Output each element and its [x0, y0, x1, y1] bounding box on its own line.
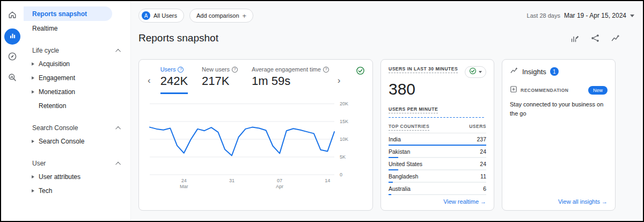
insights-icon [510, 66, 518, 77]
arrow-right-icon: → [480, 198, 486, 205]
sidebar-item-label: Engagement [39, 74, 75, 82]
nav-rail [1, 1, 24, 221]
top-countries-label: TOP COUNTRIES [389, 124, 429, 131]
main-content: A All Users Add comparison Last 28 days … [131, 1, 643, 221]
metric-value: 242K [160, 74, 188, 88]
per-minute-bar [398, 117, 400, 118]
share-icon[interactable] [590, 33, 600, 43]
customize-report-icon[interactable] [570, 33, 580, 43]
link-label: View realtime [443, 198, 479, 205]
sidebar-item-realtime[interactable]: Realtime [24, 21, 130, 35]
metric-average-engagement-time[interactable]: Average engagement time 1m 59s [252, 66, 329, 94]
section-title: User [32, 160, 46, 167]
date-range-preset: Last 28 days [527, 12, 560, 19]
per-minute-bar [440, 117, 442, 118]
per-minute-bar [466, 117, 468, 118]
sidebar-item-label: Search Console [39, 138, 84, 145]
sidebar-section-search-console[interactable]: Search Console [24, 121, 130, 134]
add-comparison-chip[interactable]: Add comparison [189, 9, 253, 23]
per-minute-bar [389, 117, 391, 118]
caret-down-icon [479, 71, 482, 73]
view-realtime-link[interactable]: View realtime→ [389, 195, 486, 205]
comparison-topbar: A All Users Add comparison Last 28 days … [138, 8, 635, 24]
svg-text:0: 0 [340, 172, 342, 177]
expand-arrow-icon [32, 189, 34, 192]
realtime-users-value: 380 [389, 81, 486, 98]
sidebar-section-user[interactable]: User [24, 157, 130, 170]
nav-reports-button[interactable] [4, 28, 20, 45]
sidebar-item-user-attributes[interactable]: User attributes [24, 170, 130, 184]
per-minute-bar [424, 117, 426, 118]
metric-users[interactable]: Users 242K [160, 66, 188, 94]
per-minute-bar [453, 117, 455, 118]
view-all-insights-link[interactable]: View all insights→ [510, 195, 608, 205]
country-row: United States 24 [389, 158, 486, 170]
metric-label: New users [202, 66, 230, 73]
per-minute-bar [472, 117, 474, 118]
per-minute-bars [389, 117, 486, 118]
reports-bar-chart-icon [9, 32, 17, 42]
per-minute-bar [475, 117, 478, 118]
page-header: Reports snapshot [138, 30, 635, 46]
data-quality-check-icon[interactable] [356, 66, 365, 77]
svg-text:14: 14 [325, 178, 330, 183]
per-minute-bar [395, 117, 397, 118]
country-name: Bangladesh [389, 173, 418, 180]
per-minute-bar [421, 117, 423, 118]
sidebar-item-monetization[interactable]: Monetization [24, 85, 130, 99]
users-per-minute-label: USERS PER MINUTE [389, 106, 438, 113]
sidebar-item-label: User attributes [39, 173, 80, 181]
country-name: India [389, 136, 401, 143]
country-users: 6 [483, 185, 486, 192]
insights-sparkle-icon[interactable] [611, 33, 620, 43]
per-minute-bar [414, 117, 416, 118]
per-minute-bar [437, 117, 439, 118]
previous-metrics-button[interactable] [147, 76, 152, 85]
add-comparison-label: Add comparison [196, 12, 239, 19]
next-metrics-button[interactable] [336, 76, 342, 85]
section-title: Life cycle [32, 47, 59, 54]
country-users: 24 [480, 148, 486, 155]
sidebar-item-engagement[interactable]: Engagement [24, 71, 130, 85]
per-minute-bar [463, 117, 465, 118]
nav-advertising-button[interactable] [4, 70, 20, 87]
overview-card: Users 242K New users 217K [138, 59, 373, 211]
per-minute-bar [418, 117, 420, 118]
users-column-label: USERS [469, 124, 486, 131]
svg-text:24: 24 [181, 178, 187, 183]
all-users-chip[interactable]: A All Users [138, 9, 184, 23]
svg-text:20K: 20K [340, 101, 348, 106]
country-users: 24 [480, 161, 486, 168]
per-minute-bar [408, 117, 410, 118]
recommendation-row: RECOMMENDATION New [510, 85, 608, 95]
sidebar-item-search-console[interactable]: Search Console [24, 134, 130, 148]
advertising-magnifier-icon [8, 73, 17, 84]
insights-header: Insights 1 [510, 66, 608, 77]
nav-home-button[interactable] [4, 8, 20, 24]
sidebar-item-retention[interactable]: Retention [24, 99, 130, 113]
sidebar-item-tech[interactable]: Tech [24, 184, 130, 198]
date-range-picker[interactable]: Last 28 days Mar 19 - Apr 15, 2024 [527, 12, 635, 19]
expand-arrow-icon [32, 140, 34, 143]
svg-text:31: 31 [229, 178, 235, 183]
help-icon [232, 67, 238, 73]
per-minute-bar [430, 117, 433, 118]
sidebar-item-reports-snapshot[interactable]: Reports snapshot [24, 6, 112, 21]
sidebar-item-label: Acquisition [39, 60, 70, 68]
per-minute-bar [482, 117, 484, 118]
per-minute-bar [469, 117, 471, 118]
home-icon [8, 10, 17, 22]
help-icon [178, 67, 184, 73]
users-line-chart: 05K10K15K20K24Mar3107Apr14 [147, 99, 364, 200]
date-range-value: Mar 19 - Apr 15, 2024 [564, 12, 626, 19]
sidebar-item-acquisition[interactable]: Acquisition [24, 57, 130, 71]
realtime-status-dropdown[interactable] [465, 66, 486, 78]
caret-down-icon [630, 15, 634, 17]
svg-text:Apr: Apr [276, 184, 283, 189]
link-label: View all insights [558, 198, 600, 205]
sidebar-section-life-cycle[interactable]: Life cycle [24, 44, 130, 57]
recommendation-label: RECOMMENDATION [521, 88, 568, 93]
all-users-label: All Users [153, 12, 177, 19]
nav-explore-button[interactable] [4, 49, 20, 66]
metric-new-users[interactable]: New users 217K [202, 66, 238, 94]
